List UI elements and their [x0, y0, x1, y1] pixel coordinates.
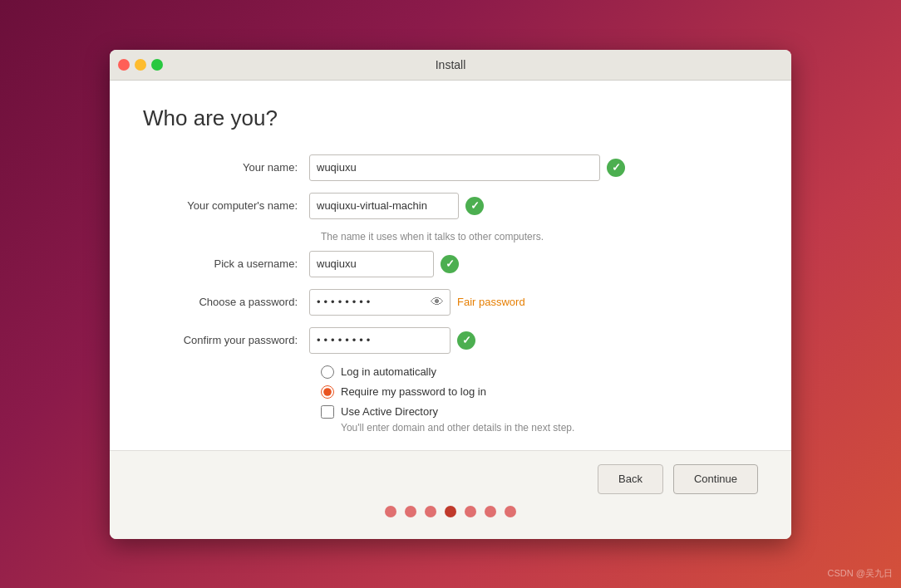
maximize-button[interactable]	[151, 59, 163, 71]
back-button[interactable]: Back	[598, 464, 663, 494]
password-input-wrapper: 👁 Fair password	[309, 289, 525, 316]
footer-area: Back Continue	[110, 450, 791, 539]
progress-dot-7	[505, 506, 516, 517]
require-password-radio[interactable]	[321, 385, 334, 399]
progress-dot-5	[465, 506, 476, 517]
username-input[interactable]	[309, 251, 434, 277]
require-password-label[interactable]: Require my password to log in	[341, 385, 486, 398]
button-row: Back Continue	[143, 464, 758, 494]
username-row: Pick a username:	[143, 251, 758, 277]
minimize-button[interactable]	[135, 59, 146, 71]
your-name-input-wrapper	[309, 154, 625, 181]
content-area: Who are you? Your name: Your computer's …	[110, 81, 791, 450]
progress-dots	[143, 494, 758, 522]
continue-button[interactable]: Continue	[673, 464, 758, 494]
password-field-container: 👁	[309, 289, 450, 316]
progress-dot-2	[405, 506, 416, 517]
progress-dot-3	[425, 506, 436, 517]
login-auto-label[interactable]: Log in automatically	[341, 365, 436, 378]
confirm-password-input[interactable]	[309, 327, 450, 354]
computer-name-check-icon	[465, 197, 484, 215]
login-auto-row: Log in automatically	[321, 365, 758, 379]
progress-dot-6	[485, 506, 496, 517]
confirm-password-input-wrapper	[309, 327, 475, 354]
computer-name-label: Your computer's name:	[143, 199, 309, 212]
close-button[interactable]	[118, 59, 130, 71]
active-directory-checkbox[interactable]	[321, 405, 334, 419]
active-directory-hint: You'll enter domain and other details in…	[341, 422, 758, 434]
active-directory-label[interactable]: Use Active Directory	[341, 405, 438, 418]
computer-name-row: Your computer's name:	[143, 193, 758, 219]
confirm-password-row: Confirm your password:	[143, 327, 758, 354]
window-title: Install	[436, 58, 466, 71]
your-name-check-icon	[607, 159, 625, 177]
password-strength-label: Fair password	[457, 296, 525, 308]
username-label: Pick a username:	[143, 257, 309, 270]
active-directory-section: Use Active Directory You'll enter domain…	[321, 405, 758, 434]
active-directory-row: Use Active Directory	[321, 405, 758, 419]
password-label: Choose a password:	[143, 296, 309, 308]
progress-dot-4	[445, 506, 456, 517]
your-name-row: Your name:	[143, 154, 758, 181]
computer-name-hint: The name it uses when it talks to other …	[309, 231, 758, 243]
login-auto-radio[interactable]	[321, 365, 334, 379]
page-title: Who are you?	[143, 105, 758, 131]
window-controls[interactable]	[118, 59, 163, 71]
your-name-input[interactable]	[309, 154, 600, 181]
confirm-password-label: Confirm your password:	[143, 334, 309, 346]
toggle-password-visibility-button[interactable]: 👁	[427, 295, 447, 310]
watermark: CSDN @吴九日	[828, 567, 893, 580]
your-name-label: Your name:	[143, 161, 309, 174]
login-options-section: Log in automatically Require my password…	[321, 365, 758, 399]
confirm-password-check-icon	[457, 331, 475, 350]
username-input-wrapper	[309, 251, 459, 277]
progress-dot-1	[385, 506, 396, 517]
computer-name-input[interactable]	[309, 193, 459, 219]
username-check-icon	[441, 255, 459, 273]
require-password-row: Require my password to log in	[321, 385, 758, 399]
password-row: Choose a password: 👁 Fair password	[143, 289, 758, 316]
computer-name-input-wrapper	[309, 193, 484, 219]
title-bar: Install	[110, 50, 791, 81]
